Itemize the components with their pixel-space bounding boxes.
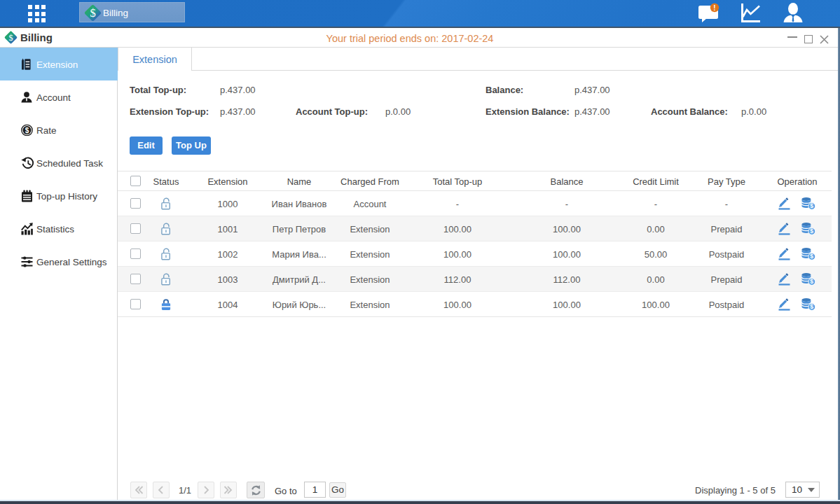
- svg-text:$: $: [8, 33, 13, 43]
- svg-text:$: $: [810, 303, 813, 310]
- svg-text:$: $: [810, 278, 813, 285]
- svg-text:$: $: [810, 202, 813, 209]
- svg-text:$: $: [25, 126, 29, 134]
- svg-text:$: $: [90, 6, 95, 20]
- svg-text:$: $: [810, 253, 813, 260]
- svg-text:$: $: [810, 227, 813, 234]
- svg-text:!: !: [713, 4, 715, 12]
